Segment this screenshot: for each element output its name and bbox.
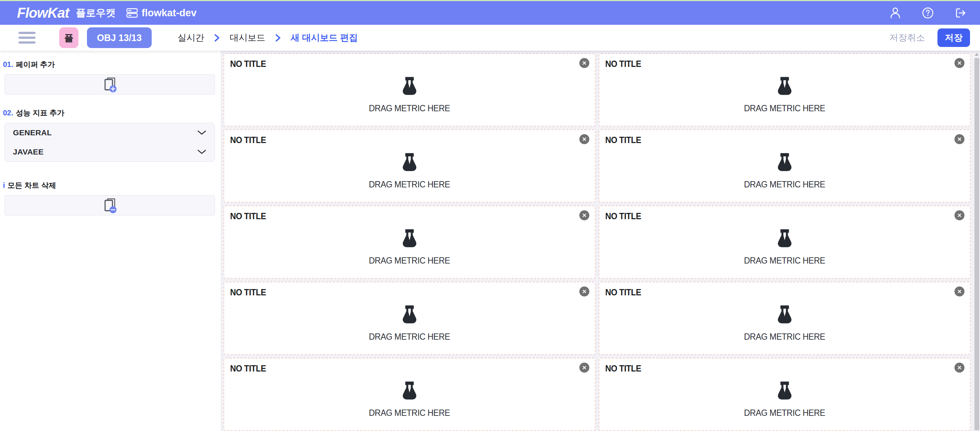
card-title: NO TITLE [605,211,641,222]
editor-sidebar: 01. 페이퍼 추가 02. 성능 지표 추가 GENERAL JAVAEE [0,51,221,431]
section-add-metric-label: 02. 성능 지표 추가 [3,108,215,118]
drop-hint-text: DRAG METRIC HERE [369,255,450,266]
obj-counter-button[interactable]: OBJ 13/13 [87,27,152,48]
chevron-right-icon [275,34,281,42]
info-marker: i [3,181,5,190]
save-button[interactable]: 저장 [937,29,970,47]
section-number: 02. [3,109,13,117]
breadcrumb-realtime[interactable]: 실시간 [178,32,204,44]
drop-zone: DRAG METRIC HERE [599,288,970,359]
flask-icon [401,153,418,175]
card-close-button[interactable]: ✕ [955,363,964,372]
app-name-korean: 플로우캣 [76,6,116,20]
flask-icon [776,305,793,327]
drop-zone: DRAG METRIC HERE [224,135,595,207]
chart-placeholder-card[interactable]: NO TITLE✕DRAG METRIC HERE [598,53,971,127]
card-title: NO TITLE [230,363,266,374]
drop-zone: DRAG METRIC HERE [224,59,595,131]
card-close-button[interactable]: ✕ [955,210,964,220]
drop-zone: DRAG METRIC HERE [224,211,595,283]
drop-hint-text: DRAG METRIC HERE [744,255,825,266]
cancel-save-button[interactable]: 저장취소 [889,32,925,44]
project-badge-button[interactable]: 플 [59,27,78,48]
section-add-paper-label: 01. 페이퍼 추가 [3,60,215,70]
paper-add-icon [101,76,118,93]
card-close-button[interactable]: ✕ [579,58,589,68]
flask-icon [776,153,793,175]
drop-zone: DRAG METRIC HERE [599,211,970,283]
card-title: NO TITLE [605,287,641,298]
dropdown-javaee[interactable]: JAVAEE [5,142,215,162]
logout-icon[interactable] [954,7,967,19]
drop-zone: DRAG METRIC HERE [599,364,970,431]
card-title: NO TITLE [230,287,266,298]
drop-zone: DRAG METRIC HERE [599,135,970,207]
drop-hint-text: DRAG METRIC HERE [369,408,450,418]
card-close-button[interactable]: ✕ [955,134,964,144]
drop-zone: DRAG METRIC HERE [224,288,595,359]
paper-remove-icon [101,197,118,214]
flask-icon [401,305,418,327]
chart-placeholder-card[interactable]: NO TITLE✕DRAG METRIC HERE [223,358,596,431]
scroll-up-arrow-icon[interactable] [975,53,978,56]
drop-hint-text: DRAG METRIC HERE [369,331,450,342]
chevron-down-icon [197,149,207,155]
metric-category-list: GENERAL JAVAEE [5,123,215,162]
main-area: 01. 페이퍼 추가 02. 성능 지표 추가 GENERAL JAVAEE [0,51,980,431]
breadcrumb-dashboard[interactable]: 대시보드 [230,32,265,44]
chart-placeholder-card[interactable]: NO TITLE✕DRAG METRIC HERE [223,129,596,203]
workspace-name: flowkat-dev [142,7,197,19]
drop-hint-text: DRAG METRIC HERE [369,179,450,190]
dropdown-label: GENERAL [13,128,52,137]
card-close-button[interactable]: ✕ [579,210,589,220]
menu-icon[interactable] [19,32,35,44]
drop-hint-text: DRAG METRIC HERE [744,103,825,114]
scrollbar-thumb[interactable] [974,58,979,430]
chart-placeholder-card[interactable]: NO TITLE✕DRAG METRIC HERE [223,53,596,127]
flowkat-logo: FlowKat [17,5,69,21]
add-paper-button[interactable] [5,74,215,95]
help-icon[interactable] [921,7,934,19]
chart-placeholder-card[interactable]: NO TITLE✕DRAG METRIC HERE [598,206,971,279]
card-title: NO TITLE [605,59,641,69]
drop-zone: DRAG METRIC HERE [599,59,970,131]
section-delete-all-label: i 모든 차트 삭제 [3,181,215,190]
flask-icon [401,229,418,251]
card-title: NO TITLE [605,363,641,374]
flask-icon [776,76,793,99]
drop-hint-text: DRAG METRIC HERE [744,408,825,418]
chart-placeholder-card[interactable]: NO TITLE✕DRAG METRIC HERE [223,206,596,279]
toolbar-actions: 저장취소 저장 [889,29,970,47]
breadcrumb-new-dashboard-edit: 새 대시보드 편집 [291,32,358,44]
dashboard-grid: NO TITLE✕DRAG METRIC HERENO TITLE✕DRAG M… [223,53,971,431]
drop-zone: DRAG METRIC HERE [224,364,595,431]
chevron-down-icon [197,130,207,135]
edit-toolbar: 플 OBJ 13/13 실시간 대시보드 새 대시보드 편집 저장취소 저장 [0,25,980,51]
chart-placeholder-card[interactable]: NO TITLE✕DRAG METRIC HERE [598,282,971,355]
flask-icon [401,76,418,99]
card-close-button[interactable]: ✕ [955,58,964,68]
vertical-scrollbar[interactable] [974,51,980,431]
card-title: NO TITLE [605,135,641,145]
card-close-button[interactable]: ✕ [579,363,589,372]
flask-icon [776,229,793,251]
user-icon[interactable] [889,7,902,19]
section-title: 모든 차트 삭제 [8,181,56,190]
app-header: FlowKat 플로우캣 flowkat-dev [0,1,980,25]
chart-placeholder-card[interactable]: NO TITLE✕DRAG METRIC HERE [223,282,596,355]
card-title: NO TITLE [230,211,266,222]
breadcrumb: 실시간 대시보드 새 대시보드 편집 [178,32,358,44]
card-close-button[interactable]: ✕ [579,134,589,144]
dropdown-general[interactable]: GENERAL [5,123,215,142]
delete-all-charts-button[interactable] [5,195,215,216]
card-close-button[interactable]: ✕ [579,287,589,296]
card-close-button[interactable]: ✕ [955,287,964,296]
dropdown-label: JAVAEE [13,147,44,156]
chart-placeholder-card[interactable]: NO TITLE✕DRAG METRIC HERE [598,129,971,203]
card-title: NO TITLE [230,135,266,145]
flask-icon [401,381,418,403]
chart-placeholder-card[interactable]: NO TITLE✕DRAG METRIC HERE [598,358,971,431]
flask-icon [776,381,793,403]
drop-hint-text: DRAG METRIC HERE [744,179,825,190]
section-title: 성능 지표 추가 [16,108,64,118]
